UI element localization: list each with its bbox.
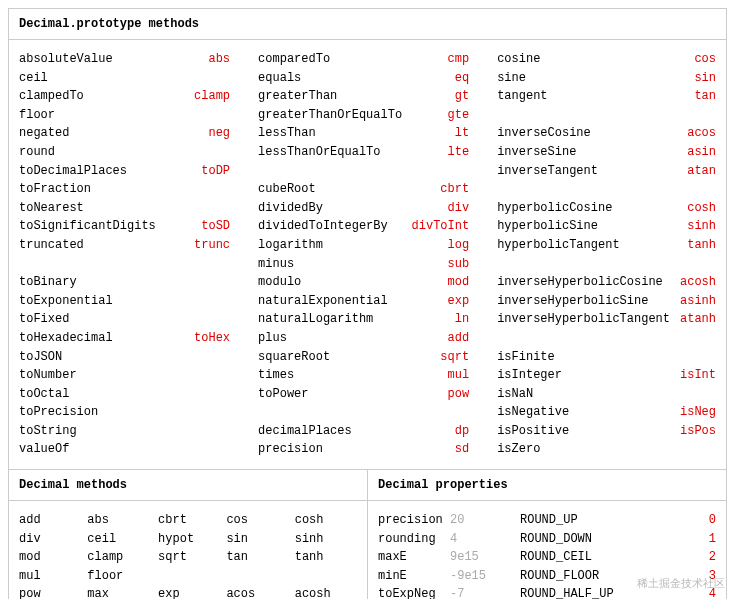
method-name: isPositive bbox=[497, 422, 569, 441]
method-name: toHexadecimal bbox=[19, 329, 113, 348]
method-alias: cmp bbox=[330, 50, 469, 69]
method-name: isNaN bbox=[497, 385, 533, 404]
proto-method-row: round bbox=[19, 143, 230, 162]
method-alias: atanh bbox=[670, 310, 716, 329]
proto-method-row: isFinite bbox=[497, 348, 716, 367]
static-method: cbrt bbox=[158, 511, 220, 530]
method-name: isInteger bbox=[497, 366, 562, 385]
method-alias bbox=[69, 310, 230, 329]
method-alias: exp bbox=[388, 292, 469, 311]
proto-method-row: logarithmlog bbox=[258, 236, 469, 255]
static-method: sinh bbox=[295, 530, 357, 549]
proto-method-row bbox=[258, 403, 469, 422]
method-name: hyperbolicTangent bbox=[497, 236, 619, 255]
method-name: clampedTo bbox=[19, 87, 84, 106]
method-name: inverseHyperbolicCosine bbox=[497, 273, 663, 292]
proto-method-row: comparedTocmp bbox=[258, 50, 469, 69]
method-name: floor bbox=[19, 106, 55, 125]
method-alias bbox=[91, 180, 230, 199]
method-name: absoluteValue bbox=[19, 50, 113, 69]
method-name: toSignificantDigits bbox=[19, 217, 156, 236]
method-alias: tanh bbox=[620, 236, 716, 255]
method-alias: pow bbox=[309, 385, 470, 404]
proto-method-row: sinesin bbox=[497, 69, 716, 88]
rounding-constant: ROUND_HALF_UP bbox=[520, 585, 701, 599]
proto-method-row: toNumber bbox=[19, 366, 230, 385]
proto-method-row: dividedToIntegerBydivToInt bbox=[258, 217, 469, 236]
method-name: negated bbox=[19, 124, 69, 143]
method-name: greaterThan bbox=[258, 87, 337, 106]
method-alias: tan bbox=[548, 87, 716, 106]
rounding-value: 1 bbox=[701, 530, 716, 549]
proto-method-row bbox=[497, 180, 716, 199]
prop-name: rounding bbox=[378, 530, 450, 549]
method-name: squareRoot bbox=[258, 348, 330, 367]
proto-method-row: toNearest bbox=[19, 199, 230, 218]
proto-method-row: minussub bbox=[258, 255, 469, 274]
proto-method-row: inverseHyperbolicSineasinh bbox=[497, 292, 716, 311]
decimal-methods-header: Decimal methods bbox=[9, 470, 367, 501]
proto-method-row: cosinecos bbox=[497, 50, 716, 69]
proto-col-3: cosinecossinesintangenttaninverseCosinea… bbox=[497, 50, 716, 459]
proto-method-row: hyperbolicTangenttanh bbox=[497, 236, 716, 255]
method-alias: cosh bbox=[612, 199, 716, 218]
method-name: comparedTo bbox=[258, 50, 330, 69]
prop-name: minE bbox=[378, 567, 450, 586]
method-name: cosine bbox=[497, 50, 540, 69]
method-name: toPower bbox=[258, 385, 308, 404]
proto-method-row: ceil bbox=[19, 69, 230, 88]
decimal-properties-panel: Decimal properties precision20ROUND_UP0r… bbox=[367, 470, 726, 599]
method-name: toDecimalPlaces bbox=[19, 162, 127, 181]
prop-value: 20 bbox=[450, 511, 520, 530]
method-name: toFixed bbox=[19, 310, 69, 329]
static-method: tan bbox=[226, 548, 288, 567]
proto-method-row bbox=[19, 255, 230, 274]
proto-method-row: inverseHyperbolicCosineacosh bbox=[497, 273, 716, 292]
method-alias bbox=[77, 273, 230, 292]
prop-value: 9e15 bbox=[450, 548, 520, 567]
method-name: greaterThanOrEqualTo bbox=[258, 106, 402, 125]
method-alias: trunc bbox=[84, 236, 230, 255]
static-method: pow bbox=[19, 585, 81, 599]
proto-method-row bbox=[497, 255, 716, 274]
method-alias: acosh bbox=[663, 273, 716, 292]
method-name: naturalExponential bbox=[258, 292, 388, 311]
method-alias bbox=[55, 143, 230, 162]
method-alias bbox=[98, 403, 230, 422]
proto-method-row: clampedToclamp bbox=[19, 87, 230, 106]
proto-method-row: toOctal bbox=[19, 385, 230, 404]
method-name: sine bbox=[497, 69, 526, 88]
rounding-constant: ROUND_UP bbox=[520, 511, 701, 530]
proto-method-row bbox=[497, 329, 716, 348]
method-alias: div bbox=[323, 199, 469, 218]
prop-name: precision bbox=[378, 511, 450, 530]
static-method: sqrt bbox=[158, 548, 220, 567]
method-name: toNearest bbox=[19, 199, 84, 218]
proto-methods-body: absoluteValueabsceilclampedToclampfloorn… bbox=[9, 40, 726, 469]
proto-method-row: toSignificantDigitstoSD bbox=[19, 217, 230, 236]
method-alias: eq bbox=[301, 69, 469, 88]
method-name: ceil bbox=[19, 69, 48, 88]
method-alias bbox=[48, 69, 230, 88]
proto-method-row: timesmul bbox=[258, 366, 469, 385]
method-alias: ln bbox=[373, 310, 469, 329]
proto-method-row: toFraction bbox=[19, 180, 230, 199]
decimal-properties-body: precision20ROUND_UP0rounding4ROUND_DOWN1… bbox=[368, 501, 726, 599]
method-name: toPrecision bbox=[19, 403, 98, 422]
prop-value: 4 bbox=[450, 530, 520, 549]
method-name: toOctal bbox=[19, 385, 69, 404]
method-alias: isInt bbox=[562, 366, 716, 385]
method-name: times bbox=[258, 366, 294, 385]
property-row: precision20ROUND_UP0 bbox=[378, 511, 716, 530]
proto-method-row: precisionsd bbox=[258, 440, 469, 459]
proto-method-row: valueOf bbox=[19, 440, 230, 459]
method-name: plus bbox=[258, 329, 287, 348]
method-name: lessThanOrEqualTo bbox=[258, 143, 380, 162]
proto-method-row: greaterThangt bbox=[258, 87, 469, 106]
proto-method-row: isIntegerisInt bbox=[497, 366, 716, 385]
property-row: toExpNeg-7ROUND_HALF_UP4 bbox=[378, 585, 716, 599]
prop-value: -7 bbox=[450, 585, 520, 599]
method-alias bbox=[69, 440, 230, 459]
method-alias bbox=[84, 199, 230, 218]
method-name: toNumber bbox=[19, 366, 77, 385]
